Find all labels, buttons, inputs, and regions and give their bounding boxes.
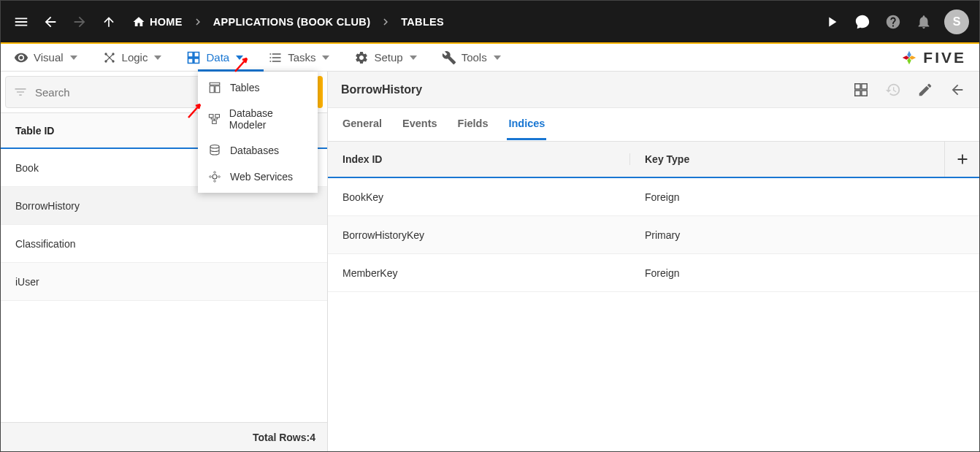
breadcrumb: HOME APPLICATIONS (BOOK CLUB) TABLES: [126, 11, 450, 33]
index-row[interactable]: BookKeyForeign: [328, 178, 979, 216]
svg-point-7: [210, 145, 219, 149]
api-icon: [208, 170, 221, 183]
dropdown-tables[interactable]: Tables: [198, 74, 318, 101]
svg-rect-5: [215, 115, 220, 118]
database-icon: [208, 144, 221, 157]
dropdown-database-modeler[interactable]: Database Modeler: [198, 101, 318, 137]
dropdown-web-services[interactable]: Web Services: [198, 164, 318, 190]
menu-logic[interactable]: Logic: [96, 45, 168, 71]
table-row[interactable]: iUser: [1, 263, 327, 301]
menu-visual[interactable]: Visual: [8, 45, 83, 71]
dropdown-databases[interactable]: Databases: [198, 137, 318, 164]
chevron-right-icon: [191, 15, 204, 28]
view-grid-icon[interactable]: [852, 81, 870, 99]
hamburger-icon[interactable]: [7, 7, 36, 37]
help-icon[interactable]: [878, 7, 908, 37]
chat-icon[interactable]: [848, 7, 877, 37]
svg-point-8: [213, 175, 217, 179]
index-row[interactable]: BorrowHistoryKeyPrimary: [328, 216, 979, 254]
add-index-button[interactable]: [944, 142, 979, 177]
index-row[interactable]: MemberKeyForeign: [328, 254, 979, 292]
menu-tools[interactable]: Tools: [436, 45, 507, 71]
data-dropdown: Tables Database Modeler Databases Web Se…: [198, 72, 318, 193]
up-icon[interactable]: [94, 7, 123, 37]
grid-header-index-id: Index ID: [328, 153, 630, 165]
brand-logo: FIVE: [901, 49, 966, 66]
brand-icon: [901, 50, 917, 66]
crumb-applications[interactable]: APPLICATIONS (BOOK CLUB): [207, 12, 377, 32]
crumb-home[interactable]: HOME: [126, 11, 188, 33]
grid-header-key-type: Key Type: [630, 153, 944, 165]
chevron-right-icon: [379, 15, 392, 28]
tab-indices[interactable]: Indices: [507, 109, 546, 140]
add-button[interactable]: [317, 76, 323, 108]
detail-title: BorrowHistory: [341, 83, 422, 96]
menu-tasks[interactable]: Tasks: [262, 45, 335, 71]
modeler-icon: [208, 112, 221, 126]
bell-icon[interactable]: [909, 7, 938, 37]
crumb-tables[interactable]: TABLES: [395, 12, 450, 32]
menu-data[interactable]: Data: [180, 45, 249, 71]
avatar[interactable]: S: [944, 9, 969, 34]
crumb-home-label: HOME: [150, 16, 183, 28]
filter-icon[interactable]: [13, 85, 28, 99]
back-arrow-icon[interactable]: [949, 81, 966, 99]
edit-icon[interactable]: [916, 81, 934, 99]
tab-events[interactable]: Events: [401, 109, 439, 140]
tab-fields[interactable]: Fields: [456, 109, 490, 140]
list-footer: Total Rows: 4: [1, 422, 327, 451]
forward-icon: [65, 7, 94, 37]
back-icon[interactable]: [36, 7, 65, 37]
svg-rect-4: [209, 115, 213, 118]
svg-rect-6: [213, 120, 217, 123]
menu-setup[interactable]: Setup: [348, 45, 422, 71]
table-row[interactable]: Classification: [1, 225, 327, 263]
history-icon[interactable]: [884, 81, 902, 99]
tab-general[interactable]: General: [341, 109, 383, 140]
table-icon: [208, 81, 221, 94]
play-icon[interactable]: [817, 7, 846, 37]
